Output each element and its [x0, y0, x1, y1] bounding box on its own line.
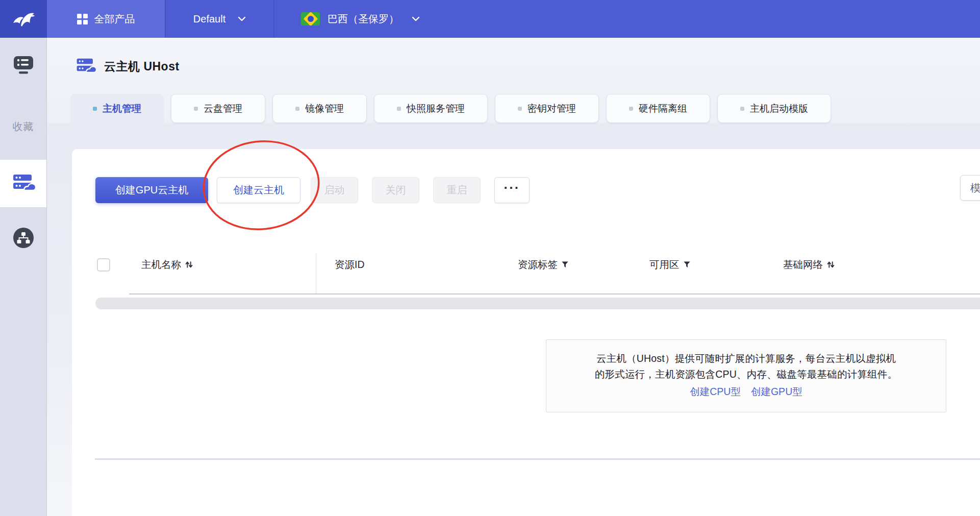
filter-icon	[561, 261, 569, 268]
content-area: 创建GPU云主机 创建云主机 启动 关闭 重启 ··· 模 主机名称	[47, 123, 980, 516]
create-gpu-host-button[interactable]: 创建GPU云主机	[95, 177, 208, 203]
tab-dot-icon	[93, 107, 97, 111]
tab-dot-icon	[397, 107, 401, 111]
uhost-server-cloud-icon	[12, 173, 35, 194]
console-icon	[12, 54, 35, 76]
sort-icon	[826, 260, 835, 269]
ucloud-logo-icon	[10, 8, 37, 30]
empty-state-infobox: 云主机（UHost）提供可随时扩展的计算服务，每台云主机以虚拟机 的形式运行，主…	[546, 339, 946, 412]
tab-dot-icon	[740, 107, 744, 111]
column-resource-id: 资源ID	[335, 258, 365, 272]
create-cpu-link[interactable]: 创建CPU型	[690, 385, 741, 399]
start-button: 启动	[311, 177, 358, 203]
restart-button: 重启	[433, 177, 481, 203]
info-text-line1: 云主机（UHost）提供可随时扩展的计算服务，每台云主机以虚拟机	[546, 351, 946, 366]
column-divider	[316, 254, 316, 294]
region-label: 巴西（圣保罗）	[328, 12, 399, 26]
project-label: Default	[193, 13, 225, 25]
tab-dot-icon	[518, 107, 522, 111]
sidebar-favorites-label: 收藏	[0, 116, 46, 137]
project-selector[interactable]: Default	[166, 0, 273, 38]
column-host-name[interactable]: 主机名称	[141, 258, 193, 272]
brand-logo[interactable]	[0, 0, 47, 38]
sidebar-item-console[interactable]	[0, 50, 46, 80]
tab-launch-template[interactable]: 主机启动模版	[717, 94, 831, 123]
create-host-button[interactable]: 创建云主机	[217, 177, 300, 203]
sidebar-item-topology[interactable]	[0, 223, 46, 253]
template-button-partial[interactable]: 模	[960, 175, 980, 201]
topology-icon	[12, 227, 35, 249]
select-all-checkbox[interactable]	[97, 258, 110, 272]
screen: 全部产品 Default 巴西（圣保罗）	[0, 0, 980, 516]
table-header-border	[129, 293, 980, 294]
tab-dot-icon	[295, 107, 299, 111]
tab-host-management[interactable]: 主机管理	[70, 94, 164, 123]
more-actions-button[interactable]: ···	[494, 177, 530, 203]
section-divider	[95, 458, 980, 460]
tab-bar: 主机管理 云盘管理 镜像管理 快照服务管理 密钥对管理 硬件隔离组 主机启动模版	[70, 94, 831, 123]
column-resource-tag[interactable]: 资源标签	[518, 258, 569, 272]
sidebar-item-uhost-active[interactable]	[0, 160, 46, 207]
region-selector[interactable]: 巴西（圣保罗）	[274, 0, 442, 38]
tab-image-management[interactable]: 镜像管理	[272, 94, 367, 123]
tab-keypair-management[interactable]: 密钥对管理	[495, 94, 599, 123]
page-header: 云主机 UHost 主机管理 云盘管理 镜像管理 快照服务管理 密钥对管理 硬件…	[47, 38, 980, 123]
shutdown-button: 关闭	[372, 177, 419, 203]
horizontal-scrollbar[interactable]	[95, 298, 980, 309]
column-basic-network[interactable]: 基础网络	[783, 258, 835, 272]
chevron-down-icon	[412, 16, 420, 21]
topbar: 全部产品 Default 巴西（圣保罗）	[0, 0, 980, 38]
sidebar: 收藏	[0, 38, 47, 516]
main-area: 云主机 UHost 主机管理 云盘管理 镜像管理 快照服务管理 密钥对管理 硬件…	[47, 38, 980, 516]
brazil-flag-icon	[301, 12, 320, 26]
sort-icon	[185, 260, 193, 269]
host-list-card: 创建GPU云主机 创建云主机 启动 关闭 重启 ··· 模 主机名称	[72, 149, 980, 516]
column-availability-zone[interactable]: 可用区	[649, 258, 691, 272]
toolbar: 创建GPU云主机 创建云主机 启动 关闭 重启 ···	[95, 177, 530, 203]
tab-disk-management[interactable]: 云盘管理	[171, 94, 265, 123]
nav-all-products[interactable]: 全部产品	[47, 0, 165, 38]
tab-dot-icon	[629, 107, 633, 111]
uhost-page-icon	[76, 57, 96, 76]
apps-grid-icon	[77, 14, 88, 24]
info-text-line2: 的形式运行，主机资源包含CPU、内存、磁盘等最基础的计算组件。	[546, 366, 946, 382]
chevron-down-icon	[238, 16, 246, 21]
filter-icon	[683, 261, 691, 268]
tab-dot-icon	[194, 107, 198, 111]
create-gpu-link[interactable]: 创建GPU型	[751, 385, 802, 399]
tab-snapshot-service[interactable]: 快照服务管理	[374, 94, 488, 123]
all-products-label: 全部产品	[94, 12, 135, 26]
tab-isolation-group[interactable]: 硬件隔离组	[606, 94, 710, 123]
page-title: 云主机 UHost	[104, 59, 180, 75]
